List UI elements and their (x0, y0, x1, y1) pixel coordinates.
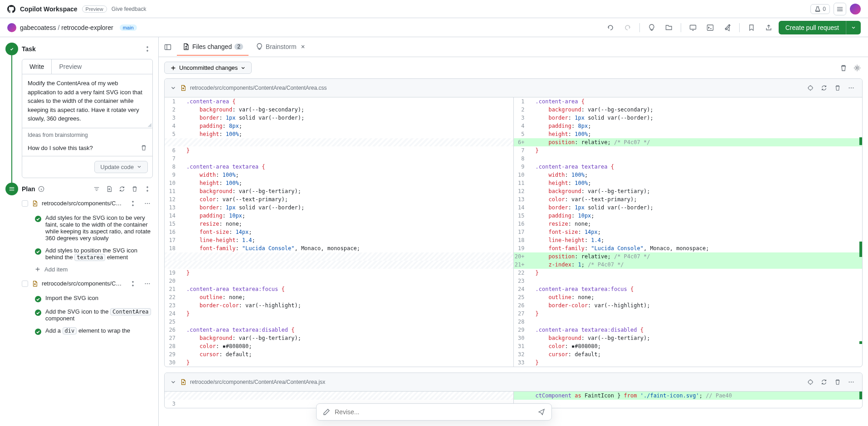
diff-line: 32 cursor: default; (514, 350, 863, 358)
chevron-down-icon (137, 164, 142, 169)
file-sync-button[interactable] (819, 82, 829, 93)
collapse-file-button[interactable] (170, 379, 176, 385)
file-target-button[interactable] (805, 377, 816, 387)
diff-line: 19 font-family: "Lucida Console", Monaco… (514, 244, 863, 252)
give-feedback-link[interactable]: Give feedback (112, 6, 146, 12)
undo-button[interactable] (603, 20, 618, 35)
expand-icon (144, 186, 151, 192)
toggle-panel-button[interactable] (164, 44, 171, 51)
task-expand-button[interactable] (142, 44, 153, 54)
share-button[interactable] (761, 20, 776, 35)
plan-file-expand[interactable] (127, 278, 138, 289)
folder-button[interactable] (662, 20, 676, 35)
diff-line: 20 (165, 277, 513, 285)
trash-icon (840, 64, 847, 72)
plan-addfile-button[interactable] (104, 184, 115, 194)
uncommitted-changes-dropdown[interactable]: Uncommitted changes (164, 62, 252, 74)
update-code-button[interactable]: Update code (94, 161, 148, 173)
file-path[interactable]: retrocode/src/components/ContentArea/Con… (190, 85, 801, 91)
plan-file-more[interactable] (142, 198, 153, 209)
create-pr-button[interactable]: Create pull request (779, 21, 846, 34)
menu-button[interactable] (834, 3, 846, 15)
file-path[interactable]: retrocode/src/components/ContentArea/Con… (190, 379, 801, 385)
plan-expand-button[interactable] (142, 184, 153, 194)
branch-badge[interactable]: main (120, 24, 137, 31)
plan-file-path[interactable]: retrocode/src/components/Content/ (42, 200, 124, 207)
diff-line: 29.content-area textarea:disabled { (514, 326, 863, 334)
diff-line: 10 width: 100%; (514, 171, 863, 179)
tab-brainstorm[interactable]: Brainstorm (250, 39, 312, 56)
revise-input[interactable] (335, 408, 533, 416)
diff-line: 19} (165, 269, 513, 277)
terminal-icon (707, 24, 714, 31)
file-icon (180, 379, 186, 385)
file-discard-button[interactable] (832, 82, 843, 93)
diff-line: 30} (165, 358, 513, 367)
sync-icon (821, 379, 827, 385)
diff-line: 31 color: ▪#808080; (514, 342, 863, 350)
github-logo-icon (7, 5, 15, 13)
plan-sync-button[interactable] (117, 184, 127, 194)
sync-icon (119, 186, 125, 192)
plan-file-checkbox[interactable] (22, 281, 28, 287)
codespace-button[interactable] (686, 20, 700, 35)
ideas-heading: Ideas from brainstorming (22, 128, 152, 142)
repo-name-link[interactable]: retrocode-explorer (61, 24, 113, 31)
file-more-button[interactable] (846, 377, 857, 387)
tab-write[interactable]: Write (22, 59, 52, 74)
file-more-button[interactable] (846, 82, 857, 93)
discard-all-button[interactable] (838, 63, 849, 73)
plan-file-path[interactable]: retrocode/src/components/Content/ (42, 280, 124, 287)
create-pr-dropdown[interactable] (846, 21, 861, 34)
file-icon (180, 85, 186, 91)
plan-filter-button[interactable] (91, 184, 102, 194)
file-target-button[interactable] (805, 82, 816, 93)
add-plan-item[interactable]: Add item (22, 263, 153, 276)
vscode-button[interactable] (720, 20, 735, 35)
diff-line: 2 background: var(--bg-secondary); (165, 106, 513, 114)
expand-icon (130, 200, 136, 207)
diff-line (165, 261, 513, 269)
task-heading: Task (22, 45, 36, 53)
plan-delete-button[interactable] (129, 184, 140, 194)
diff-file-block: retrocode/src/components/ContentArea/Con… (164, 78, 863, 367)
diff-settings-button[interactable] (852, 63, 863, 73)
top-bar: Copilot Workspace Preview Give feedback … (0, 0, 868, 18)
diff-line: 33} (514, 358, 863, 367)
experiments-button[interactable]: 0 (810, 4, 830, 14)
diff-line: 18 line-height: 1.4; (514, 236, 863, 244)
avatar[interactable] (850, 4, 861, 15)
diff-line: 28 color: ▪#808080; (165, 342, 513, 350)
idea-button[interactable] (644, 20, 659, 35)
file-discard-button[interactable] (832, 377, 843, 387)
tab-files-changed[interactable]: Files changed 2 (177, 39, 249, 56)
close-brainstorm-button[interactable] (299, 43, 307, 50)
diff-line: 17 line-height: 1.4; (165, 236, 513, 244)
plan-item: Add styles to position the SVG icon behi… (34, 244, 153, 263)
repo-owner-link[interactable]: gabecoatess (20, 24, 56, 31)
file-sync-button[interactable] (819, 377, 829, 387)
tab-preview[interactable]: Preview (52, 59, 89, 74)
task-textarea[interactable]: Modify the ContentArea of my web applica… (22, 74, 152, 128)
plan-file-checkbox[interactable] (22, 200, 28, 207)
bookmark-button[interactable] (744, 20, 759, 35)
revise-send-button[interactable] (538, 408, 545, 416)
trash-icon (132, 186, 138, 192)
diff-line: 27 background: var(--bg-tertiary); (165, 334, 513, 342)
diff-line: 24.content-area textarea:focus { (514, 285, 863, 293)
plan-file-more[interactable] (142, 278, 153, 289)
idea-delete-button[interactable] (141, 145, 147, 151)
diff-line: 2 background: var(--bg-secondary); (514, 106, 863, 114)
bulb-icon (648, 24, 655, 31)
panel-icon (164, 44, 171, 51)
terminal-button[interactable] (703, 20, 717, 35)
bookmark-icon (748, 24, 755, 31)
bulb-icon (256, 43, 263, 50)
plan-item: Add styles for the SVG icon to be very f… (34, 212, 153, 244)
close-icon (300, 44, 306, 49)
plan-item: Add the SVG icon to the ContentArea comp… (34, 305, 153, 324)
collapse-file-button[interactable] (170, 85, 176, 91)
plan-file-expand[interactable] (127, 198, 138, 209)
diff-line: 27} (514, 310, 863, 318)
sync-icon (821, 85, 827, 91)
